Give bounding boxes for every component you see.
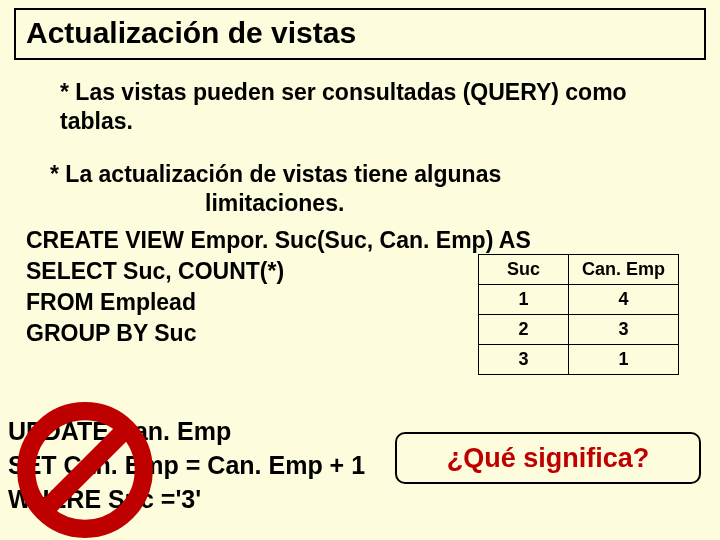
table-header-suc: Suc (479, 255, 569, 285)
table-cell: 1 (479, 285, 569, 315)
bullet-point-2: * La actualización de vistas tiene algun… (50, 160, 690, 218)
slide-title: Actualización de vistas (26, 16, 356, 49)
table-cell: 3 (569, 315, 679, 345)
table-header-row: Suc Can. Emp (479, 255, 679, 285)
sql-create-line-2: SELECT Suc, COUNT(*) (26, 256, 531, 287)
callout-box: ¿Qué significa? (395, 432, 701, 484)
table-cell: 2 (479, 315, 569, 345)
table-row: 1 4 (479, 285, 679, 315)
bullet-2b: limitaciones. (205, 189, 690, 218)
callout-text: ¿Qué significa? (447, 443, 650, 474)
view-result-table: Suc Can. Emp 1 4 2 3 3 1 (478, 254, 679, 375)
slide-title-box: Actualización de vistas (14, 8, 706, 60)
table-row: 3 1 (479, 345, 679, 375)
table-header-canemp: Can. Emp (569, 255, 679, 285)
bullet-1-text: * Las vistas pueden ser consultadas (QUE… (60, 79, 627, 134)
table-row: 2 3 (479, 315, 679, 345)
table-cell: 3 (479, 345, 569, 375)
sql-create-view-block: CREATE VIEW Empor. Suc(Suc, Can. Emp) AS… (26, 225, 531, 349)
sql-create-line-1: CREATE VIEW Empor. Suc(Suc, Can. Emp) AS (26, 225, 531, 256)
sql-create-line-3: FROM Emplead (26, 287, 531, 318)
table-cell: 1 (569, 345, 679, 375)
bullet-point-1: * Las vistas pueden ser consultadas (QUE… (60, 78, 700, 136)
sql-create-line-4: GROUP BY Suc (26, 318, 531, 349)
bullet-2a: * La actualización de vistas tiene algun… (50, 161, 501, 187)
svg-line-1 (46, 431, 124, 509)
table-cell: 4 (569, 285, 679, 315)
prohibit-icon (10, 400, 160, 540)
